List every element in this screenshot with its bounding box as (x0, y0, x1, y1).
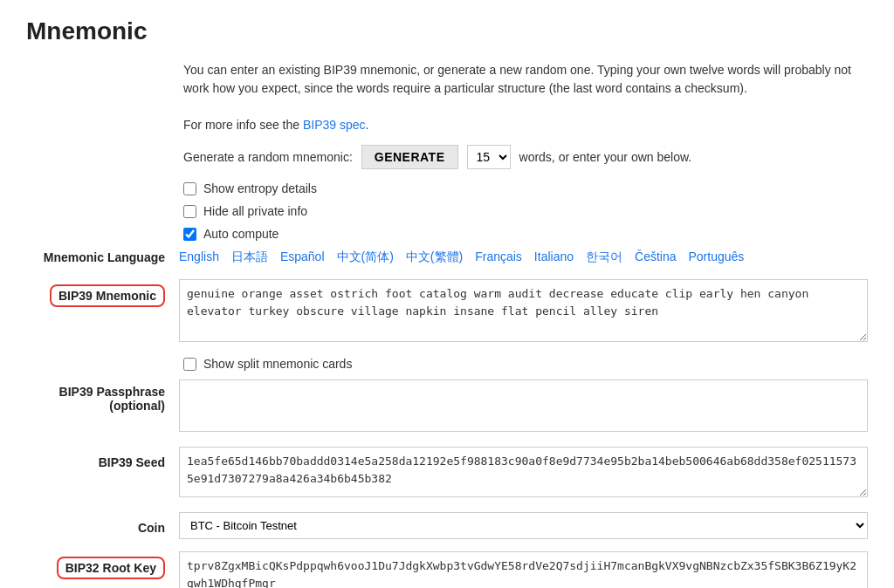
show-split-checkbox[interactable] (183, 358, 196, 371)
mnemonic-label: BIP39 Mnemonic (50, 284, 165, 307)
seed-field-label: BIP39 Seed (26, 447, 179, 469)
coin-field-row: Coin BTC - Bitcoin Testnet BTC - Bitcoin… (26, 512, 868, 539)
entropy-checkbox-row: Show entropy details (183, 181, 868, 195)
coin-field-label: Coin (26, 512, 179, 535)
root-key-label: BIP32 Root Key (57, 557, 165, 579)
lang-chinese-simplified[interactable]: 中文(简体) (337, 250, 394, 265)
passphrase-field-row: BIP39 Passphrase(optional) (26, 379, 868, 434)
mnemonic-field-row: BIP39 Mnemonic genuine orange asset ostr… (26, 279, 868, 345)
show-split-label[interactable]: Show split mnemonic cards (203, 357, 352, 371)
description-text-1: You can enter an existing BIP39 mnemonic… (183, 61, 868, 98)
language-links: English 日本語 Español 中文(简体) 中文(繁體) França… (179, 250, 744, 265)
lang-chinese-traditional[interactable]: 中文(繁體) (406, 250, 463, 265)
seed-textarea[interactable]: 1ea5fe65d146bb70baddd0314e5a258da12192e5… (179, 447, 868, 497)
mnemonic-textarea[interactable]: genuine orange asset ostrich foot catalo… (179, 279, 868, 342)
auto-compute-checkbox[interactable] (183, 228, 196, 241)
language-label: Mnemonic Language (26, 250, 179, 264)
lang-italian[interactable]: Italiano (534, 250, 574, 265)
generate-button[interactable]: GENERATE (361, 145, 458, 169)
root-key-label-container: BIP32 Root Key (26, 551, 179, 579)
lang-japanese[interactable]: 日本語 (231, 250, 268, 265)
hide-private-checkbox[interactable] (183, 205, 196, 218)
lang-french[interactable]: Français (475, 250, 522, 265)
lang-english[interactable]: English (179, 250, 219, 265)
auto-compute-checkbox-row: Auto compute (183, 227, 868, 241)
word-count-select[interactable]: 3 6 9 12 15 18 21 24 (467, 145, 511, 169)
lang-korean[interactable]: 한국어 (586, 250, 622, 265)
lang-portuguese[interactable]: Português (688, 250, 744, 265)
auto-compute-label[interactable]: Auto compute (203, 227, 279, 241)
description-text-2: For more info see the BIP39 spec. (183, 116, 868, 134)
passphrase-textarea[interactable] (179, 379, 868, 432)
lang-czech[interactable]: Čeština (635, 250, 676, 265)
generate-row: Generate a random mnemonic: GENERATE 3 6… (183, 145, 868, 169)
lang-spanish[interactable]: Español (280, 250, 325, 265)
show-split-checkbox-row: Show split mnemonic cards (183, 357, 868, 371)
entropy-label[interactable]: Show entropy details (203, 181, 317, 195)
seed-field-row: BIP39 Seed 1ea5fe65d146bb70baddd0314e5a2… (26, 447, 868, 500)
root-key-field-row: BIP32 Root Key tprv8ZgxMBicQKsPdppqwh6vo… (26, 551, 868, 588)
root-key-textarea[interactable]: tprv8ZgxMBicQKsPdppqwh6vooJ1Du7JdgkXwbp3… (179, 551, 868, 588)
hide-private-checkbox-row: Hide all private info (183, 204, 868, 218)
language-row: Mnemonic Language English 日本語 Español 中文… (26, 250, 868, 265)
generate-label: Generate a random mnemonic: (183, 150, 353, 164)
generate-after-label: words, or enter your own below. (519, 150, 692, 164)
bip39-spec-link[interactable]: BIP39 spec (303, 118, 366, 132)
entropy-checkbox[interactable] (183, 182, 196, 195)
mnemonic-field-label-container: BIP39 Mnemonic (26, 279, 179, 307)
passphrase-label: BIP39 Passphrase(optional) (59, 385, 165, 413)
page-title: Mnemonic (26, 17, 868, 45)
hide-private-label[interactable]: Hide all private info (203, 204, 307, 218)
description-block: You can enter an existing BIP39 mnemonic… (183, 61, 868, 134)
coin-select[interactable]: BTC - Bitcoin Testnet BTC - Bitcoin ETH … (179, 512, 868, 539)
